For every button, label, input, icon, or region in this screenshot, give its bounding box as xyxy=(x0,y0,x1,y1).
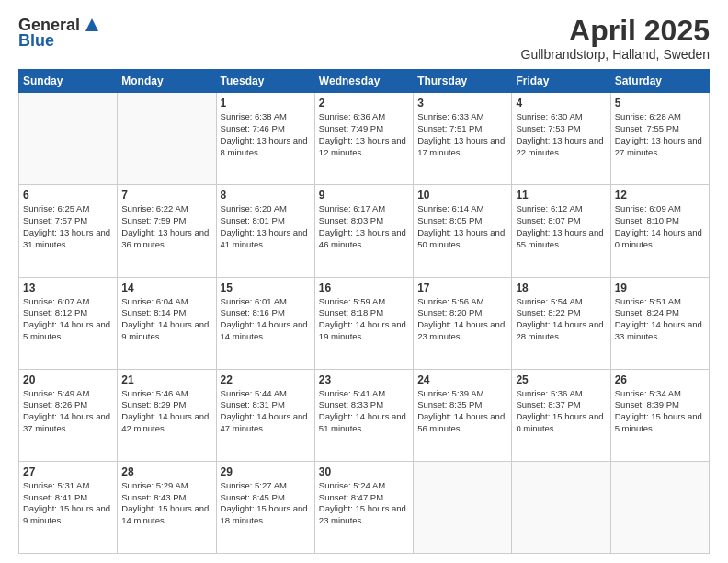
day-number: 16 xyxy=(319,282,409,294)
table-row: 29Sunrise: 5:27 AM Sunset: 8:45 PM Dayli… xyxy=(216,461,314,553)
day-info: Sunrise: 5:44 AM Sunset: 8:31 PM Dayligh… xyxy=(221,388,311,435)
day-number: 23 xyxy=(319,373,409,386)
day-number: 24 xyxy=(417,373,507,386)
day-number: 28 xyxy=(121,465,211,478)
day-info: Sunrise: 5:56 AM Sunset: 8:20 PM Dayligh… xyxy=(417,296,507,343)
day-number: 2 xyxy=(319,97,409,109)
calendar-header-row: Sunday Monday Tuesday Wednesday Thursday… xyxy=(19,70,710,93)
table-row: 15Sunrise: 6:01 AM Sunset: 8:16 PM Dayli… xyxy=(216,277,314,369)
calendar-week-row: 27Sunrise: 5:31 AM Sunset: 8:41 PM Dayli… xyxy=(19,461,710,553)
table-row: 18Sunrise: 5:54 AM Sunset: 8:22 PM Dayli… xyxy=(512,277,610,369)
calendar-week-row: 13Sunrise: 6:07 AM Sunset: 8:12 PM Dayli… xyxy=(19,277,710,369)
table-row: 4Sunrise: 6:30 AM Sunset: 7:53 PM Daylig… xyxy=(512,93,610,185)
page: General Blue April 2025 Gullbrandstorp, … xyxy=(0,0,728,563)
day-info: Sunrise: 5:29 AM Sunset: 8:43 PM Dayligh… xyxy=(121,480,211,527)
table-row xyxy=(610,461,709,553)
table-row: 30Sunrise: 5:24 AM Sunset: 8:47 PM Dayli… xyxy=(314,461,413,553)
day-info: Sunrise: 6:04 AM Sunset: 8:14 PM Dayligh… xyxy=(121,296,211,343)
table-row: 5Sunrise: 6:28 AM Sunset: 7:55 PM Daylig… xyxy=(610,93,709,185)
svg-marker-0 xyxy=(85,18,98,31)
table-row: 16Sunrise: 5:59 AM Sunset: 8:18 PM Dayli… xyxy=(314,277,413,369)
table-row: 26Sunrise: 5:34 AM Sunset: 8:39 PM Dayli… xyxy=(610,369,709,461)
day-number: 21 xyxy=(121,373,211,386)
day-number: 8 xyxy=(221,189,311,201)
col-wednesday: Wednesday xyxy=(314,70,413,93)
table-row: 23Sunrise: 5:41 AM Sunset: 8:33 PM Dayli… xyxy=(314,369,413,461)
table-row: 20Sunrise: 5:49 AM Sunset: 8:26 PM Dayli… xyxy=(19,369,118,461)
table-row: 8Sunrise: 6:20 AM Sunset: 8:01 PM Daylig… xyxy=(216,185,314,277)
col-monday: Monday xyxy=(118,70,216,93)
day-number: 25 xyxy=(516,373,606,386)
day-info: Sunrise: 5:34 AM Sunset: 8:39 PM Dayligh… xyxy=(615,388,705,435)
day-number: 30 xyxy=(319,465,409,478)
table-row: 6Sunrise: 6:25 AM Sunset: 7:57 PM Daylig… xyxy=(19,185,118,277)
day-info: Sunrise: 6:22 AM Sunset: 7:59 PM Dayligh… xyxy=(121,203,211,250)
day-number: 29 xyxy=(221,465,311,478)
day-number: 27 xyxy=(23,465,113,478)
calendar-week-row: 6Sunrise: 6:25 AM Sunset: 7:57 PM Daylig… xyxy=(19,185,710,277)
table-row: 11Sunrise: 6:12 AM Sunset: 8:07 PM Dayli… xyxy=(512,185,610,277)
col-saturday: Saturday xyxy=(610,70,709,93)
day-number: 12 xyxy=(615,189,705,201)
day-info: Sunrise: 5:59 AM Sunset: 8:18 PM Dayligh… xyxy=(319,296,409,343)
day-info: Sunrise: 6:07 AM Sunset: 8:12 PM Dayligh… xyxy=(23,296,113,343)
day-number: 1 xyxy=(221,97,311,109)
day-number: 15 xyxy=(221,282,311,294)
day-number: 11 xyxy=(516,189,606,201)
table-row: 27Sunrise: 5:31 AM Sunset: 8:41 PM Dayli… xyxy=(19,461,118,553)
day-info: Sunrise: 6:36 AM Sunset: 7:49 PM Dayligh… xyxy=(319,111,409,158)
day-info: Sunrise: 6:38 AM Sunset: 7:46 PM Dayligh… xyxy=(221,111,311,158)
day-info: Sunrise: 6:30 AM Sunset: 7:53 PM Dayligh… xyxy=(516,111,606,158)
day-number: 18 xyxy=(516,282,606,294)
table-row: 2Sunrise: 6:36 AM Sunset: 7:49 PM Daylig… xyxy=(314,93,413,185)
table-row xyxy=(414,461,512,553)
calendar-week-row: 20Sunrise: 5:49 AM Sunset: 8:26 PM Dayli… xyxy=(19,369,710,461)
day-info: Sunrise: 5:54 AM Sunset: 8:22 PM Dayligh… xyxy=(516,296,606,343)
day-number: 4 xyxy=(516,97,606,109)
day-info: Sunrise: 5:51 AM Sunset: 8:24 PM Dayligh… xyxy=(615,296,705,343)
day-info: Sunrise: 6:33 AM Sunset: 7:51 PM Dayligh… xyxy=(417,111,507,158)
day-info: Sunrise: 5:27 AM Sunset: 8:45 PM Dayligh… xyxy=(221,480,311,527)
col-sunday: Sunday xyxy=(19,70,118,93)
day-info: Sunrise: 6:14 AM Sunset: 8:05 PM Dayligh… xyxy=(417,203,507,250)
location-title: Gullbrandstorp, Halland, Sweden xyxy=(521,47,710,62)
day-info: Sunrise: 5:49 AM Sunset: 8:26 PM Dayligh… xyxy=(23,388,113,435)
title-block: April 2025 Gullbrandstorp, Halland, Swed… xyxy=(521,15,710,62)
table-row: 24Sunrise: 5:39 AM Sunset: 8:35 PM Dayli… xyxy=(414,369,512,461)
table-row: 1Sunrise: 6:38 AM Sunset: 7:46 PM Daylig… xyxy=(216,93,314,185)
day-number: 6 xyxy=(23,189,113,201)
month-title: April 2025 xyxy=(521,15,710,47)
table-row: 28Sunrise: 5:29 AM Sunset: 8:43 PM Dayli… xyxy=(118,461,216,553)
table-row: 13Sunrise: 6:07 AM Sunset: 8:12 PM Dayli… xyxy=(19,277,118,369)
col-tuesday: Tuesday xyxy=(216,70,314,93)
day-info: Sunrise: 6:20 AM Sunset: 8:01 PM Dayligh… xyxy=(221,203,311,250)
day-number: 7 xyxy=(121,189,211,201)
table-row: 21Sunrise: 5:46 AM Sunset: 8:29 PM Dayli… xyxy=(118,369,216,461)
table-row xyxy=(118,93,216,185)
day-info: Sunrise: 6:25 AM Sunset: 7:57 PM Dayligh… xyxy=(23,203,113,250)
day-number: 9 xyxy=(319,189,409,201)
day-number: 13 xyxy=(23,282,113,294)
table-row: 19Sunrise: 5:51 AM Sunset: 8:24 PM Dayli… xyxy=(610,277,709,369)
table-row: 22Sunrise: 5:44 AM Sunset: 8:31 PM Dayli… xyxy=(216,369,314,461)
day-number: 26 xyxy=(615,373,705,386)
day-number: 10 xyxy=(417,189,507,201)
day-info: Sunrise: 6:01 AM Sunset: 8:16 PM Dayligh… xyxy=(221,296,311,343)
table-row: 17Sunrise: 5:56 AM Sunset: 8:20 PM Dayli… xyxy=(414,277,512,369)
day-info: Sunrise: 5:36 AM Sunset: 8:37 PM Dayligh… xyxy=(516,388,606,435)
table-row: 12Sunrise: 6:09 AM Sunset: 8:10 PM Dayli… xyxy=(610,185,709,277)
day-number: 17 xyxy=(417,282,507,294)
day-number: 14 xyxy=(121,282,211,294)
day-number: 20 xyxy=(23,373,113,386)
calendar-table: Sunday Monday Tuesday Wednesday Thursday… xyxy=(18,69,710,554)
table-row: 14Sunrise: 6:04 AM Sunset: 8:14 PM Dayli… xyxy=(118,277,216,369)
day-info: Sunrise: 6:28 AM Sunset: 7:55 PM Dayligh… xyxy=(615,111,705,158)
logo-icon xyxy=(82,15,102,35)
col-thursday: Thursday xyxy=(414,70,512,93)
day-info: Sunrise: 5:46 AM Sunset: 8:29 PM Dayligh… xyxy=(121,388,211,435)
day-info: Sunrise: 5:31 AM Sunset: 8:41 PM Dayligh… xyxy=(23,480,113,527)
table-row: 7Sunrise: 6:22 AM Sunset: 7:59 PM Daylig… xyxy=(118,185,216,277)
day-info: Sunrise: 5:41 AM Sunset: 8:33 PM Dayligh… xyxy=(319,388,409,435)
day-info: Sunrise: 6:17 AM Sunset: 8:03 PM Dayligh… xyxy=(319,203,409,250)
day-number: 22 xyxy=(221,373,311,386)
